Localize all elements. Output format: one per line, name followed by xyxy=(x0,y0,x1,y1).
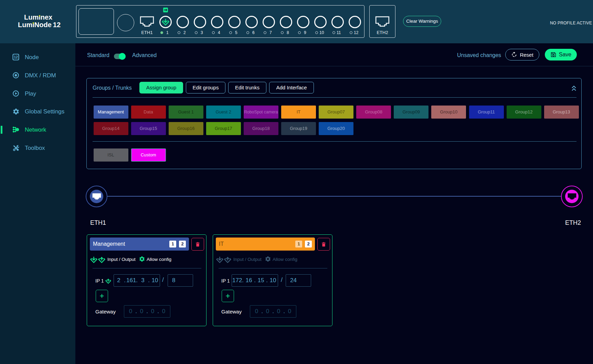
svg-text:12: 12 xyxy=(14,55,18,59)
